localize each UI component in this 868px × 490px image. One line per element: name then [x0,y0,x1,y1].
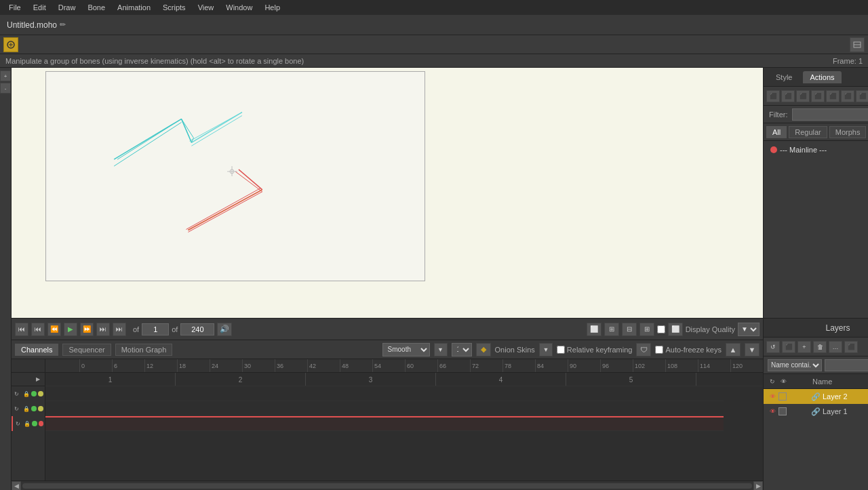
toolbar [0,35,868,54]
layers-tool-3[interactable]: + [797,341,811,353]
list-item-layer1[interactable]: 👁 🔗 Layer 1 [764,404,868,419]
tool-ik[interactable] [3,37,18,52]
timeline-row-2[interactable] [45,401,724,416]
layers-filter-select[interactable]: Name contai... [768,359,822,371]
action-tab-morphs[interactable]: Morphs [829,126,867,138]
smooth-number-select[interactable]: 1 [452,343,472,356]
action-tool-1[interactable]: ⬛ [766,90,780,102]
fit-view-button[interactable]: ⬜ [587,323,601,336]
display-quality-select[interactable]: ▼ [738,323,760,336]
next-keyframe-button[interactable]: ⏭ [96,323,110,336]
row3-lock[interactable]: 🔒 [23,420,31,428]
tab-style[interactable]: Style [769,71,799,83]
auto-freeze-checkbox[interactable] [655,346,663,354]
action-tool-4[interactable]: ⬛ [811,90,825,102]
row1-icon[interactable]: ↻ [13,390,21,398]
step-back-button[interactable]: ⏪ [47,323,61,336]
go-to-start-button[interactable]: ⏮ [15,323,28,336]
tab-channels[interactable]: Channels [15,344,58,356]
arrow-down-icon[interactable]: ▼ [745,343,760,356]
menu-help[interactable]: Help [259,2,285,13]
arrow-up-icon[interactable]: ▲ [726,343,741,356]
layers-tool-6[interactable]: ⬛ [844,341,858,353]
menu-file[interactable]: File [3,2,26,13]
expand-panel-button[interactable] [850,37,865,52]
relative-keyframing-checkbox[interactable] [557,346,565,354]
keyframe-icon-button[interactable]: ◆ [476,343,491,356]
tab-actions[interactable]: Actions [803,71,841,83]
action-tool-6[interactable]: ⬛ [841,90,854,102]
safe-area-button[interactable]: ⬜ [668,323,683,336]
action-tabs: All Regular Morphs Smart Bones [764,123,868,141]
action-tool-5[interactable]: ⬛ [826,90,840,102]
bone-group-1 [114,113,242,166]
layers-tool-2[interactable]: ⬛ [782,341,795,353]
tab-motion-graph[interactable]: Motion Graph [115,344,173,356]
step-forward-button[interactable]: ⏩ [80,323,94,336]
action-tool-2[interactable]: ⬛ [781,90,795,102]
grid-view-1[interactable]: ⊞ [604,323,619,336]
action-tool-7[interactable]: ⬛ [856,90,868,102]
row2-icon[interactable]: ↻ [13,405,21,413]
row1-dot1[interactable] [31,391,37,396]
menu-animation[interactable]: Animation [112,2,156,13]
layers-filter-input[interactable] [825,359,868,371]
frame-number-input[interactable] [142,323,169,335]
scroll-left-arrow[interactable]: ◀ [12,481,21,491]
row2-lock[interactable]: 🔒 [22,405,31,413]
prev-keyframe-button[interactable]: ⏮ [31,323,45,336]
layers-header: Layers [764,319,868,338]
action-tab-all[interactable]: All [766,126,787,138]
menu-scripts[interactable]: Scripts [157,2,191,13]
filter-input[interactable] [792,108,869,121]
layers-tool-4[interactable]: 🗑 [813,341,827,353]
row3-dot2[interactable] [39,421,43,426]
canvas-container[interactable] [12,68,763,318]
timeline-main[interactable]: 1 2 3 4 5 [45,373,763,481]
shield-icon-button[interactable]: 🛡 [636,343,651,356]
layers-tool-1[interactable]: ↺ [766,341,780,353]
row2-dot2[interactable] [38,406,43,411]
row3-dot1[interactable] [32,421,37,426]
layer1-link-icon: 🔗 [811,407,821,416]
layers-tool-5[interactable]: … [829,341,842,353]
row1-lock[interactable]: 🔒 [22,390,31,398]
menu-draw[interactable]: Draw [53,2,81,13]
timeline-row-3[interactable] [45,416,724,431]
onion-down-button[interactable]: ▼ [539,343,553,356]
go-to-end-button[interactable]: ⏭ [113,323,126,336]
scroll-track[interactable] [22,483,752,489]
menu-bone[interactable]: Bone [82,2,111,13]
row1-dot2[interactable] [38,391,43,396]
menu-view[interactable]: View [193,2,220,13]
row2-dot1[interactable] [31,406,37,411]
volume-button[interactable]: 🔊 [217,323,232,336]
total-frames-input[interactable] [180,323,214,335]
action-row-mainline[interactable]: --- Mainline --- [766,144,868,156]
filter-label: Filter: [769,110,788,119]
play-button[interactable]: ▶ [64,323,77,336]
smooth-down-button[interactable]: ▼ [434,343,448,356]
tab-sequencer[interactable]: Sequencer [62,344,111,356]
tool-btn-2[interactable]: - [0,83,11,94]
timeline-collapse-icon[interactable]: ▶ [34,375,42,384]
scroll-right-arrow[interactable]: ▶ [753,481,763,491]
grid-view-2[interactable]: ⊟ [622,323,637,336]
timeline-row-1[interactable] [45,386,724,401]
bottom-scrollbar[interactable]: ◀ ▶ [12,481,763,490]
layer2-eye-icon[interactable]: 👁 [768,392,777,401]
row3-icon[interactable]: ↻ [14,420,22,428]
list-item-layer2[interactable]: 👁 🔗 Layer 2 [764,389,868,404]
grid-view-3[interactable]: ⊞ [639,323,654,336]
layer1-name: Layer 1 [823,407,868,415]
tool-btn-1[interactable]: + [0,70,11,81]
layer1-eye-icon[interactable]: 👁 [768,407,777,416]
menu-window[interactable]: Window [220,2,258,13]
action-tab-regular[interactable]: Regular [789,126,827,138]
edit-icon[interactable]: ✏ [60,20,66,29]
ruler-54: 54 [372,359,405,373]
smooth-select[interactable]: Smooth Linear Ease In Ease Out [382,343,430,356]
safe-area-checkbox[interactable] [657,325,665,333]
action-tool-3[interactable]: ⬛ [796,90,810,102]
menu-edit[interactable]: Edit [28,2,52,13]
